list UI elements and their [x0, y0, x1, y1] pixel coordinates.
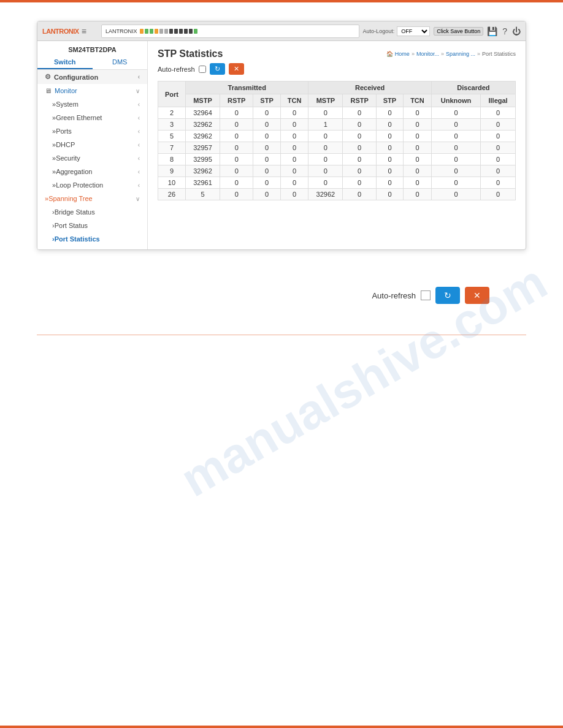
table-row: 532962000000000	[158, 131, 516, 142]
browser-topbar: LANTRONIX ≡ LANTRONIX	[37, 21, 526, 41]
loop-prot-label: Loop Protection	[56, 181, 103, 189]
tab-switch[interactable]: Switch	[37, 56, 93, 69]
system-label: System	[56, 100, 79, 108]
page-wrapper: LANTRONIX ≡ LANTRONIX	[0, 0, 563, 728]
sidebar-item-monitor[interactable]: 🖥 Monitor ∨	[37, 84, 147, 97]
bridge-label: Bridge Status	[55, 208, 95, 216]
sidebar-item-configuration[interactable]: ⚙ Configuration ‹	[37, 70, 147, 84]
sidebar-item-port-statistics[interactable]: › Port Statistics	[37, 232, 147, 246]
auto-refresh-row: Auto-refresh ↻ ✕	[158, 63, 516, 75]
table-cell: 0	[431, 107, 480, 119]
config-save-button[interactable]: Click Save Button	[434, 27, 483, 36]
config-icon: ⚙	[45, 73, 51, 81]
auto-refresh-label: Auto-refresh	[158, 66, 195, 73]
sidebar-item-bridge-status[interactable]: › Bridge Status	[37, 205, 147, 219]
sidebar-item-green-ethernet[interactable]: » Green Ethernet ‹	[37, 111, 147, 124]
breadcrumb-sep2: »	[441, 51, 444, 57]
table-cell: 0	[431, 189, 480, 200]
table-cell: 0	[404, 119, 432, 131]
aggregation-label: Aggregation	[56, 168, 92, 175]
sidebar-item-aggregation[interactable]: » Aggregation ‹	[37, 165, 147, 178]
table-cell: 0	[404, 107, 432, 119]
port-indicator-3	[150, 29, 153, 34]
table-cell: 0	[280, 131, 308, 142]
table-cell: 5	[158, 131, 186, 142]
port-indicator-10	[184, 29, 188, 34]
port-indicator-7	[169, 29, 173, 34]
device-name-label: LANTRONIX	[105, 28, 137, 34]
bottom-auto-refresh-label: Auto-refresh	[372, 291, 416, 300]
table-cell: 0	[343, 131, 376, 142]
main-content: STP Statistics 🏠 Home » Monitor... » Spa…	[148, 41, 526, 249]
breadcrumb-spanning[interactable]: Spanning ...	[446, 51, 475, 57]
config-arrow: ‹	[138, 74, 140, 80]
port-indicator-2	[145, 29, 148, 34]
port-indicators	[140, 29, 197, 34]
breadcrumb-current: Port Statistics	[482, 51, 516, 57]
table-cell: 0	[481, 177, 516, 189]
bottom-auto-refresh-checkbox[interactable]	[421, 290, 431, 300]
bottom-refresh-button[interactable]: ↻	[435, 287, 460, 304]
config-label: Configuration	[54, 74, 98, 81]
monitor-label: Monitor	[55, 87, 77, 94]
sidebar-item-dhcp[interactable]: » DHCP ‹	[37, 138, 147, 151]
green-eth-label: Green Ethernet	[56, 114, 102, 121]
table-cell: 0	[253, 189, 280, 200]
col-rx-rstp: RSTP	[343, 94, 376, 107]
browser-window: LANTRONIX ≡ LANTRONIX	[37, 21, 526, 250]
green-eth-arrow: ‹	[138, 115, 140, 121]
bottom-clear-button[interactable]: ✕	[465, 287, 489, 304]
logout-icon[interactable]: ⏻	[512, 26, 521, 36]
breadcrumb-monitor[interactable]: Monitor...	[416, 51, 439, 57]
spanning-arrow: ∨	[136, 195, 140, 202]
table-cell: 0	[431, 119, 480, 131]
loop-prot-arrow: ‹	[138, 182, 140, 189]
tab-dms[interactable]: DMS	[93, 56, 148, 69]
table-cell: 2	[158, 107, 186, 119]
table-cell: 0	[404, 131, 432, 142]
sidebar-item-security[interactable]: » Security ‹	[37, 151, 147, 165]
table-cell: 0	[343, 142, 376, 154]
sidebar-item-system[interactable]: » System ‹	[37, 97, 147, 111]
table-cell: 0	[253, 119, 280, 131]
monitor-arrow: ∨	[136, 88, 140, 94]
table-cell: 0	[481, 131, 516, 142]
breadcrumb: 🏠 Home » Monitor... » Spanning ... » Por…	[386, 51, 516, 57]
table-cell: 0	[220, 165, 253, 177]
auto-refresh-checkbox[interactable]	[199, 66, 206, 73]
col-tx-tcn: TCN	[280, 94, 308, 107]
sidebar-item-port-status[interactable]: › Port Status	[37, 219, 147, 232]
table-cell: 0	[280, 165, 308, 177]
table-cell: 0	[308, 131, 343, 142]
refresh-button[interactable]: ↻	[210, 63, 225, 75]
dhcp-arrow: ‹	[138, 142, 140, 148]
save-icon[interactable]: 💾	[487, 26, 497, 36]
port-indicator-11	[189, 29, 193, 34]
divider-line	[37, 335, 526, 335]
sidebar-item-ports[interactable]: » Ports ‹	[37, 124, 147, 138]
table-cell: 0	[220, 119, 253, 131]
table-cell: 0	[376, 154, 403, 165]
table-cell: 0	[431, 131, 480, 142]
home-icon: 🏠	[386, 51, 393, 57]
clear-button[interactable]: ✕	[229, 63, 244, 75]
table-cell: 0	[343, 189, 376, 200]
sidebar-item-spanning-tree[interactable]: » Spanning Tree ∨	[37, 192, 147, 205]
system-arrow: ‹	[138, 101, 140, 108]
port-indicator-4	[155, 29, 158, 34]
col-discarded-header: Discarded	[431, 82, 515, 94]
auto-logout-select[interactable]: OFF 5 min 10 min	[397, 26, 430, 36]
table-cell: 0	[481, 107, 516, 119]
table-cell: 0	[376, 107, 403, 119]
sidebar: SM24TBT2DPA Switch DMS ⚙ Configuration ‹…	[37, 41, 148, 249]
auto-logout-label: Auto-Logout:	[363, 28, 395, 34]
table-cell: 0	[343, 119, 376, 131]
hamburger-icon[interactable]: ≡	[82, 26, 86, 36]
table-cell: 0	[481, 154, 516, 165]
help-icon[interactable]: ?	[502, 26, 507, 36]
table-cell: 3	[158, 119, 186, 131]
table-cell: 0	[220, 131, 253, 142]
sidebar-item-loop-protection[interactable]: » Loop Protection ‹	[37, 178, 147, 192]
col-tx-rstp: RSTP	[220, 94, 253, 107]
breadcrumb-home[interactable]: Home	[395, 51, 410, 57]
